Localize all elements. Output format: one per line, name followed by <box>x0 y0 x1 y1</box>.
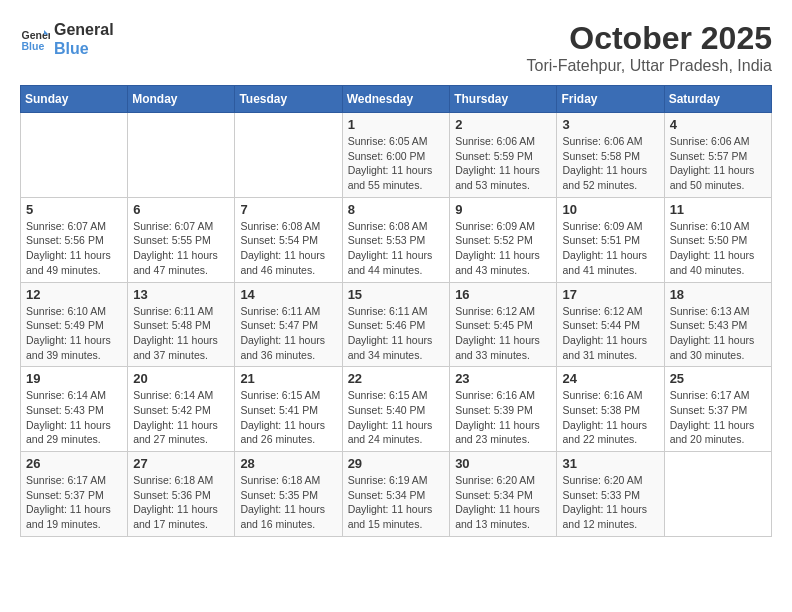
weekday-header: Thursday <box>450 86 557 113</box>
calendar-week-row: 19Sunrise: 6:14 AMSunset: 5:43 PMDayligh… <box>21 367 772 452</box>
day-info: Sunrise: 6:14 AMSunset: 5:43 PMDaylight:… <box>26 388 122 447</box>
calendar-cell: 12Sunrise: 6:10 AMSunset: 5:49 PMDayligh… <box>21 282 128 367</box>
day-number: 18 <box>670 287 766 302</box>
day-info: Sunrise: 6:14 AMSunset: 5:42 PMDaylight:… <box>133 388 229 447</box>
title-area: October 2025 Tori-Fatehpur, Uttar Prades… <box>527 20 772 75</box>
calendar-week-row: 12Sunrise: 6:10 AMSunset: 5:49 PMDayligh… <box>21 282 772 367</box>
day-info: Sunrise: 6:13 AMSunset: 5:43 PMDaylight:… <box>670 304 766 363</box>
day-number: 16 <box>455 287 551 302</box>
day-number: 6 <box>133 202 229 217</box>
day-info: Sunrise: 6:11 AMSunset: 5:47 PMDaylight:… <box>240 304 336 363</box>
day-info: Sunrise: 6:12 AMSunset: 5:44 PMDaylight:… <box>562 304 658 363</box>
calendar-cell: 30Sunrise: 6:20 AMSunset: 5:34 PMDayligh… <box>450 452 557 537</box>
day-info: Sunrise: 6:10 AMSunset: 5:49 PMDaylight:… <box>26 304 122 363</box>
day-info: Sunrise: 6:08 AMSunset: 5:53 PMDaylight:… <box>348 219 445 278</box>
day-info: Sunrise: 6:17 AMSunset: 5:37 PMDaylight:… <box>26 473 122 532</box>
day-number: 30 <box>455 456 551 471</box>
calendar-cell: 24Sunrise: 6:16 AMSunset: 5:38 PMDayligh… <box>557 367 664 452</box>
logo-icon: General Blue <box>20 24 50 54</box>
calendar-cell: 13Sunrise: 6:11 AMSunset: 5:48 PMDayligh… <box>128 282 235 367</box>
day-number: 13 <box>133 287 229 302</box>
day-number: 20 <box>133 371 229 386</box>
day-info: Sunrise: 6:18 AMSunset: 5:36 PMDaylight:… <box>133 473 229 532</box>
calendar-cell: 11Sunrise: 6:10 AMSunset: 5:50 PMDayligh… <box>664 197 771 282</box>
calendar-cell <box>235 113 342 198</box>
calendar-table: SundayMondayTuesdayWednesdayThursdayFrid… <box>20 85 772 537</box>
month-title: October 2025 <box>527 20 772 57</box>
day-number: 29 <box>348 456 445 471</box>
logo-line1: General <box>54 20 114 39</box>
calendar-cell: 26Sunrise: 6:17 AMSunset: 5:37 PMDayligh… <box>21 452 128 537</box>
calendar-cell: 4Sunrise: 6:06 AMSunset: 5:57 PMDaylight… <box>664 113 771 198</box>
calendar-cell: 6Sunrise: 6:07 AMSunset: 5:55 PMDaylight… <box>128 197 235 282</box>
day-number: 5 <box>26 202 122 217</box>
weekday-header: Tuesday <box>235 86 342 113</box>
calendar-cell: 25Sunrise: 6:17 AMSunset: 5:37 PMDayligh… <box>664 367 771 452</box>
logo-line2: Blue <box>54 39 114 58</box>
day-number: 17 <box>562 287 658 302</box>
weekday-header: Wednesday <box>342 86 450 113</box>
day-number: 4 <box>670 117 766 132</box>
day-info: Sunrise: 6:07 AMSunset: 5:55 PMDaylight:… <box>133 219 229 278</box>
day-number: 19 <box>26 371 122 386</box>
calendar-cell: 19Sunrise: 6:14 AMSunset: 5:43 PMDayligh… <box>21 367 128 452</box>
weekday-header: Sunday <box>21 86 128 113</box>
day-number: 27 <box>133 456 229 471</box>
calendar-cell: 22Sunrise: 6:15 AMSunset: 5:40 PMDayligh… <box>342 367 450 452</box>
day-info: Sunrise: 6:11 AMSunset: 5:48 PMDaylight:… <box>133 304 229 363</box>
calendar-cell <box>21 113 128 198</box>
calendar-week-row: 1Sunrise: 6:05 AMSunset: 6:00 PMDaylight… <box>21 113 772 198</box>
calendar-cell: 16Sunrise: 6:12 AMSunset: 5:45 PMDayligh… <box>450 282 557 367</box>
weekday-header: Monday <box>128 86 235 113</box>
calendar-cell: 15Sunrise: 6:11 AMSunset: 5:46 PMDayligh… <box>342 282 450 367</box>
day-info: Sunrise: 6:08 AMSunset: 5:54 PMDaylight:… <box>240 219 336 278</box>
calendar-week-row: 5Sunrise: 6:07 AMSunset: 5:56 PMDaylight… <box>21 197 772 282</box>
day-number: 8 <box>348 202 445 217</box>
day-info: Sunrise: 6:10 AMSunset: 5:50 PMDaylight:… <box>670 219 766 278</box>
weekday-header: Saturday <box>664 86 771 113</box>
calendar-week-row: 26Sunrise: 6:17 AMSunset: 5:37 PMDayligh… <box>21 452 772 537</box>
location-title: Tori-Fatehpur, Uttar Pradesh, India <box>527 57 772 75</box>
day-info: Sunrise: 6:06 AMSunset: 5:57 PMDaylight:… <box>670 134 766 193</box>
day-number: 21 <box>240 371 336 386</box>
calendar-cell: 8Sunrise: 6:08 AMSunset: 5:53 PMDaylight… <box>342 197 450 282</box>
day-number: 10 <box>562 202 658 217</box>
calendar-cell: 10Sunrise: 6:09 AMSunset: 5:51 PMDayligh… <box>557 197 664 282</box>
day-number: 23 <box>455 371 551 386</box>
day-number: 7 <box>240 202 336 217</box>
day-info: Sunrise: 6:12 AMSunset: 5:45 PMDaylight:… <box>455 304 551 363</box>
calendar-cell: 7Sunrise: 6:08 AMSunset: 5:54 PMDaylight… <box>235 197 342 282</box>
calendar-cell: 14Sunrise: 6:11 AMSunset: 5:47 PMDayligh… <box>235 282 342 367</box>
day-info: Sunrise: 6:09 AMSunset: 5:51 PMDaylight:… <box>562 219 658 278</box>
day-info: Sunrise: 6:17 AMSunset: 5:37 PMDaylight:… <box>670 388 766 447</box>
day-number: 14 <box>240 287 336 302</box>
day-number: 15 <box>348 287 445 302</box>
calendar-cell <box>128 113 235 198</box>
day-number: 9 <box>455 202 551 217</box>
day-info: Sunrise: 6:20 AMSunset: 5:34 PMDaylight:… <box>455 473 551 532</box>
day-number: 12 <box>26 287 122 302</box>
day-info: Sunrise: 6:06 AMSunset: 5:59 PMDaylight:… <box>455 134 551 193</box>
day-info: Sunrise: 6:15 AMSunset: 5:40 PMDaylight:… <box>348 388 445 447</box>
day-number: 24 <box>562 371 658 386</box>
calendar-cell: 29Sunrise: 6:19 AMSunset: 5:34 PMDayligh… <box>342 452 450 537</box>
calendar-cell: 2Sunrise: 6:06 AMSunset: 5:59 PMDaylight… <box>450 113 557 198</box>
calendar-cell: 1Sunrise: 6:05 AMSunset: 6:00 PMDaylight… <box>342 113 450 198</box>
day-info: Sunrise: 6:05 AMSunset: 6:00 PMDaylight:… <box>348 134 445 193</box>
day-number: 31 <box>562 456 658 471</box>
day-number: 1 <box>348 117 445 132</box>
day-number: 25 <box>670 371 766 386</box>
calendar-cell: 9Sunrise: 6:09 AMSunset: 5:52 PMDaylight… <box>450 197 557 282</box>
logo: General Blue General Blue <box>20 20 114 58</box>
day-info: Sunrise: 6:11 AMSunset: 5:46 PMDaylight:… <box>348 304 445 363</box>
day-info: Sunrise: 6:18 AMSunset: 5:35 PMDaylight:… <box>240 473 336 532</box>
day-number: 26 <box>26 456 122 471</box>
calendar-cell: 31Sunrise: 6:20 AMSunset: 5:33 PMDayligh… <box>557 452 664 537</box>
calendar-cell: 18Sunrise: 6:13 AMSunset: 5:43 PMDayligh… <box>664 282 771 367</box>
calendar-body: 1Sunrise: 6:05 AMSunset: 6:00 PMDaylight… <box>21 113 772 537</box>
day-info: Sunrise: 6:09 AMSunset: 5:52 PMDaylight:… <box>455 219 551 278</box>
day-number: 28 <box>240 456 336 471</box>
weekday-header: Friday <box>557 86 664 113</box>
day-info: Sunrise: 6:06 AMSunset: 5:58 PMDaylight:… <box>562 134 658 193</box>
header: General Blue General Blue October 2025 T… <box>20 20 772 75</box>
